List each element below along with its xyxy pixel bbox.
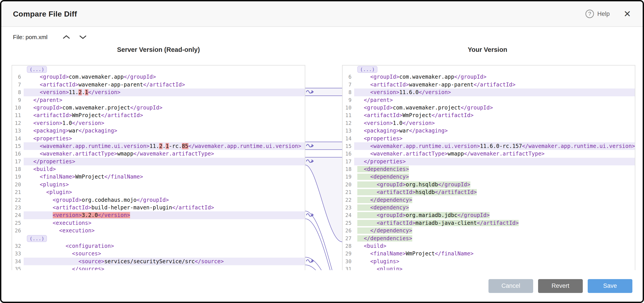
code-line[interactable]: 7 <artifactId>wavemaker-app-parent</arti… bbox=[342, 81, 635, 88]
save-button[interactable]: Save bbox=[588, 279, 632, 293]
fold-marker[interactable]: (...) bbox=[357, 66, 378, 73]
line-number: 8 bbox=[342, 88, 354, 96]
code-span: </wavemaker.artifactType> bbox=[464, 150, 544, 157]
code-line[interactable]: 29 <finalName>WmProject</finalName> bbox=[342, 250, 635, 258]
fold-marker[interactable]: (...) bbox=[27, 66, 47, 73]
code-line[interactable]: 14 <properties> bbox=[12, 135, 305, 142]
code-line[interactable]: 19 <dependency> bbox=[342, 173, 635, 180]
code-span: com.wavemaker.app bbox=[399, 74, 454, 80]
code-span: <build> bbox=[33, 166, 56, 172]
code-line[interactable]: 11 <artifactId>WmProject</artifactId> bbox=[12, 112, 305, 119]
code-line[interactable]: 23 <dependency> bbox=[342, 204, 635, 212]
code-line[interactable]: (...) bbox=[12, 66, 305, 73]
line-number: 21 bbox=[342, 188, 354, 196]
inserted-text: org.mariadb.jdbc bbox=[406, 212, 458, 218]
code-line[interactable]: 9 </parent> bbox=[342, 96, 635, 104]
code-line[interactable]: 16 <wavemaker.artifactType>wmapp</wavema… bbox=[12, 150, 305, 158]
copy-to-right-arrow-icon[interactable] bbox=[306, 143, 314, 150]
code-line[interactable]: 22 <groupId>org.codehaus.mojo</groupId> bbox=[12, 196, 305, 204]
code-text: <wavemaker.artifactType>wmapp</wavemaker… bbox=[354, 150, 635, 158]
code-span: </groupId> bbox=[124, 74, 156, 80]
code-line[interactable]: 6 <groupId>com.wavemaker.app</groupId> bbox=[12, 73, 305, 81]
code-span bbox=[27, 212, 53, 218]
code-span: com.wavemaker.project bbox=[393, 104, 460, 111]
code-span: <artifactId> bbox=[364, 112, 402, 118]
code-span: <groupId> bbox=[53, 197, 82, 203]
code-line[interactable]: 24 <version>3.2.0</version> bbox=[12, 212, 305, 219]
code-span bbox=[357, 136, 364, 142]
code-span bbox=[27, 197, 53, 203]
code-span: <finalName> bbox=[370, 250, 406, 257]
previous-diff-button[interactable] bbox=[60, 32, 72, 42]
code-line[interactable]: 10 <groupId>com.wavemaker.project</group… bbox=[12, 104, 305, 112]
code-line[interactable]: 23 <artifactId>build-helper-maven-plugin… bbox=[12, 204, 305, 212]
code-span bbox=[27, 136, 33, 142]
inserted-text: <dependencies> bbox=[364, 166, 409, 172]
code-text: <groupId>com.wavemaker.app</groupId> bbox=[24, 73, 305, 81]
code-span bbox=[27, 97, 33, 103]
code-line[interactable]: 7 <artifactId>wavemaker-app-parent</arti… bbox=[12, 81, 305, 88]
code-line[interactable]: 14 <properties> bbox=[342, 135, 635, 142]
code-line[interactable]: 17 </properties> bbox=[12, 158, 305, 165]
code-span: </artifactId> bbox=[101, 112, 143, 118]
code-line[interactable]: 26 </dependency> bbox=[342, 227, 635, 234]
code-line[interactable]: 8 <version>11.2.1</version> bbox=[12, 88, 305, 96]
code-line[interactable]: 20 <groupId>org.hsqldb</groupId> bbox=[342, 181, 635, 188]
server-version-editor[interactable]: (...)6 <groupId>com.wavemaker.app</group… bbox=[12, 65, 305, 273]
code-line[interactable]: 9 </parent> bbox=[12, 96, 305, 104]
code-line[interactable]: 21 <plugin> bbox=[12, 188, 305, 196]
copy-to-right-arrow-icon[interactable] bbox=[306, 212, 314, 219]
code-line[interactable]: 10 <groupId>com.wavemaker.project</group… bbox=[342, 104, 635, 112]
code-line[interactable]: 27 </dependencies> bbox=[342, 234, 635, 242]
your-version-editor[interactable]: (...)6 <groupId>com.wavemaker.app</group… bbox=[342, 65, 635, 273]
code-line[interactable]: 30 <plugins> bbox=[342, 258, 635, 265]
code-line[interactable]: (...) bbox=[12, 234, 305, 242]
code-span: com.wavemaker.project bbox=[62, 104, 130, 111]
copy-to-right-arrow-icon[interactable] bbox=[306, 89, 314, 96]
fold-marker[interactable]: (...) bbox=[27, 235, 47, 242]
code-line[interactable]: (...) bbox=[342, 66, 635, 73]
code-line[interactable]: 12 <version>1.0</version> bbox=[342, 119, 635, 127]
next-diff-button[interactable] bbox=[77, 32, 89, 42]
code-line[interactable]: 16 <wavemaker.artifactType>wmapp</wavema… bbox=[342, 150, 635, 158]
code-line[interactable]: 15 <wavemaker.app.runtime.ui.version>11.… bbox=[12, 142, 305, 150]
code-line[interactable]: 21 <artifactId>hsqldb</artifactId> bbox=[342, 188, 635, 196]
code-line[interactable]: 18 <build> bbox=[12, 165, 305, 173]
close-button[interactable]: ✕ bbox=[624, 10, 631, 18]
code-span: wavemaker-app-parent bbox=[409, 82, 474, 88]
cancel-button[interactable]: Cancel bbox=[488, 279, 533, 293]
code-line[interactable]: 6 <groupId>com.wavemaker.app</groupId> bbox=[342, 73, 635, 81]
code-line[interactable]: 33 <sources> bbox=[12, 250, 305, 258]
code-line[interactable]: 20 <plugins> bbox=[12, 181, 305, 188]
copy-to-right-arrow-icon[interactable] bbox=[306, 258, 314, 265]
line-number: 32 bbox=[12, 242, 24, 250]
code-line[interactable]: 12 <version>1.0</version> bbox=[12, 119, 305, 127]
copy-to-right-arrow-icon[interactable] bbox=[306, 158, 314, 165]
line-number: 34 bbox=[12, 258, 24, 265]
code-line[interactable]: 25 <executions> bbox=[12, 219, 305, 227]
inserted-text: <dependency> bbox=[370, 204, 409, 211]
code-span: </version> bbox=[402, 120, 435, 126]
code-line[interactable]: 32 <configuration> bbox=[12, 242, 305, 250]
code-line[interactable]: 13 <packaging>war</packaging> bbox=[12, 127, 305, 134]
code-line[interactable]: 19 <finalName>WmProject</finalName> bbox=[12, 173, 305, 180]
code-line[interactable]: 18 <dependencies> bbox=[342, 165, 635, 173]
diff-view: (...)6 <groupId>com.wavemaker.app</group… bbox=[12, 65, 635, 273]
code-line[interactable]: 22 </dependency> bbox=[342, 196, 635, 204]
code-line[interactable]: 24 <groupId>org.mariadb.jdbc</groupId> bbox=[342, 212, 635, 219]
code-line[interactable]: 8 <version>11.6.0</version> bbox=[342, 88, 635, 96]
code-line[interactable]: 26 <execution> bbox=[12, 227, 305, 234]
code-span bbox=[357, 143, 370, 149]
code-line[interactable]: 17 </properties> bbox=[342, 158, 635, 165]
code-line[interactable]: 11 <artifactId>WmProject</artifactId> bbox=[342, 112, 635, 119]
code-line[interactable]: 13 <packaging>war</packaging> bbox=[342, 127, 635, 134]
fold-line: (...) bbox=[24, 234, 305, 242]
revert-button[interactable]: Revert bbox=[538, 279, 583, 293]
code-line[interactable]: 34 <source>services/securityService/src<… bbox=[12, 258, 305, 265]
dialog-title: Compare File Diff bbox=[13, 10, 77, 18]
help-button[interactable]: ? Help bbox=[586, 10, 610, 18]
code-line[interactable]: 28 <build> bbox=[342, 242, 635, 250]
code-line[interactable]: 25 <artifactId>mariadb-java-client</arti… bbox=[342, 219, 635, 227]
code-span bbox=[357, 74, 370, 80]
code-line[interactable]: 15 <wavemaker.app.runtime.ui.version>11.… bbox=[342, 142, 635, 150]
